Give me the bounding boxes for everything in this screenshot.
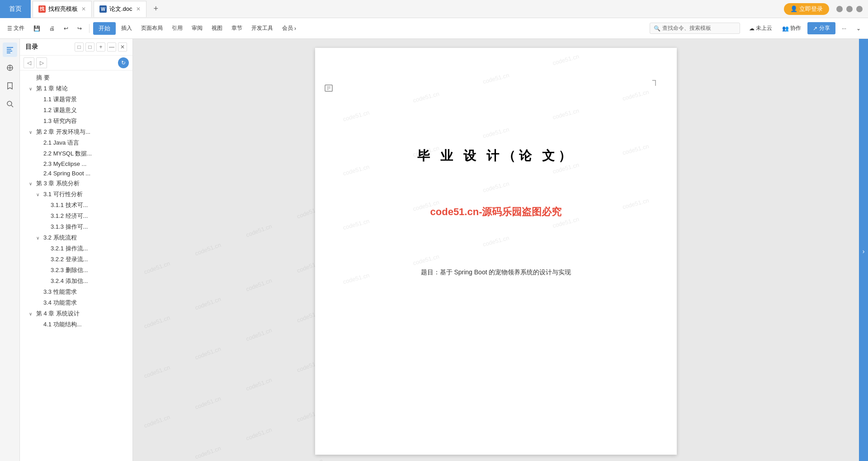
toc-close-btn[interactable]: ✕ [118, 42, 127, 52]
toolbar-file-label: 文件 [14, 24, 24, 32]
tab-document-close[interactable]: ✕ [136, 6, 141, 12]
toc-item[interactable]: 3.3 性能需求 [20, 287, 132, 297]
login-button[interactable]: 👤 立即登录 [784, 3, 829, 15]
toc-item-label: 3.2 系统流程 [43, 234, 77, 242]
toc-title: 目录 [25, 43, 38, 51]
toolbar-expand[interactable]: ⌄ [853, 24, 864, 33]
toc-item[interactable]: 1.1 课题背景 [20, 94, 132, 105]
tab-template[interactable]: 找 找程亮模板 ✕ [33, 1, 92, 17]
toc-back-btn[interactable]: ◁ [24, 57, 34, 68]
cloud-icon: ☁ [749, 25, 755, 32]
tab-document-label: 论文.doc [109, 5, 132, 13]
toc-item[interactable]: ∨第 3 章 系统分析 [20, 178, 132, 189]
undo-icon: ↩ [64, 25, 68, 32]
toc-item-label: 2.4 Spring Boot ... [43, 170, 90, 177]
toolbar-more[interactable]: ··· [838, 24, 850, 33]
toc-item[interactable]: 3.2.4 添加信... [20, 276, 132, 287]
toc-item[interactable]: 4.1 功能结构... [20, 319, 132, 330]
toc-collapse-btn[interactable]: □ [75, 42, 84, 52]
toc-item-label: 3.1.3 操作可... [51, 223, 88, 231]
doc-area[interactable]: code51.cn code51.cn code51.cn code51.cn … [133, 39, 859, 461]
toolbar-references[interactable]: 引用 [168, 23, 186, 34]
toolbar-view[interactable]: 视图 [208, 23, 226, 34]
share-label: 分享 [819, 24, 830, 32]
toolbar-layout[interactable]: 页面布局 [137, 23, 166, 34]
toc-forward-btn[interactable]: ▷ [36, 57, 47, 68]
toolbar-insert[interactable]: 插入 [118, 23, 136, 34]
home-tab[interactable]: 首页 [0, 0, 31, 18]
bookmark-icon-btn[interactable] [3, 79, 17, 93]
minimize-button[interactable] [836, 6, 843, 12]
toc-item-label: 第 3 章 系统分析 [36, 179, 80, 188]
toolbar-cloud[interactable]: ☁ 未上云 [745, 23, 776, 34]
toc-item-label: 摘 要 [36, 74, 50, 82]
restore-button[interactable] [846, 6, 853, 12]
collab-label: 协作 [790, 24, 801, 32]
toc-icon-btn[interactable] [3, 42, 17, 57]
toc-add-btn[interactable]: + [96, 42, 105, 52]
toc-item[interactable]: ∨3.2 系统流程 [20, 232, 132, 243]
toc-item[interactable]: ∨第 1 章 绪论 [20, 83, 132, 94]
toolbar-collab[interactable]: 👥 协作 [778, 23, 805, 34]
title-bar-right: 👤 立即登录 [784, 3, 868, 15]
toc-expand-btn[interactable]: □ [85, 42, 94, 52]
toc-item-label: 2.2 MYSQL 数据... [43, 150, 92, 158]
toc-item-label: 3.4 功能需求 [43, 299, 77, 307]
toc-item[interactable]: 2.2 MYSQL 数据... [20, 148, 132, 159]
tab-template-close[interactable]: ✕ [81, 6, 86, 12]
toc-item[interactable]: ∨3.1 可行性分析 [20, 189, 132, 200]
close-button[interactable] [856, 6, 863, 12]
tab-document[interactable]: W 论文.doc ✕ [94, 1, 146, 17]
share-icon: ↗ [813, 25, 817, 32]
toc-item[interactable]: 2.1 Java 语言 [20, 137, 132, 148]
toc-refresh-btn[interactable]: ↻ [118, 57, 129, 68]
toc-item[interactable]: 3.4 功能需求 [20, 297, 132, 308]
toc-remove-btn[interactable]: — [107, 42, 116, 52]
toc-item[interactable]: ∨第 4 章 系统设计 [20, 308, 132, 319]
toc-item[interactable]: 3.2.2 登录流... [20, 254, 132, 265]
toc-item[interactable]: 2.3 MyEclipse ... [20, 159, 132, 169]
toc-item-label: 3.1.1 技术可... [51, 201, 88, 209]
template-tab-icon: 找 [38, 5, 46, 13]
toc-item[interactable]: 1.2 课题意义 [20, 105, 132, 116]
toc-item[interactable]: 摘 要 [20, 72, 132, 83]
toolbar-chapter[interactable]: 章节 [228, 23, 246, 34]
toolbar-undo[interactable]: ↩ [60, 24, 72, 33]
toc-item[interactable]: 1.3 研究内容 [20, 116, 132, 127]
toc-item-label: 2.1 Java 语言 [43, 139, 79, 147]
toc-item-label: 1.1 课题背景 [43, 95, 77, 103]
toolbar-review[interactable]: 审阅 [188, 23, 206, 34]
login-label: 立即登录 [799, 5, 823, 13]
toc-item[interactable]: 2.4 Spring Boot ... [20, 169, 132, 178]
toc-item-label: 4.1 功能结构... [43, 320, 82, 329]
toolbar-file-icon: ☰ [7, 25, 12, 32]
toolbar-search-box[interactable]: 🔍 查找命令、搜索模板 [650, 23, 740, 34]
nav-icon-btn[interactable] [3, 61, 17, 75]
toolbar-print[interactable]: 🖨 [46, 24, 58, 33]
toc-item[interactable]: ∨第 2 章 开发环境与... [20, 127, 132, 137]
toc-item[interactable]: 3.2.1 操作流... [20, 243, 132, 254]
window-controls [836, 6, 863, 12]
toolbar-redo[interactable]: ↪ [74, 24, 85, 33]
toc-item-label: 3.2.4 添加信... [51, 277, 88, 285]
toc-item-label: 3.1.2 经济可... [51, 212, 88, 220]
toc-item-label: 第 2 章 开发环境与... [36, 128, 90, 136]
toc-item[interactable]: 3.2.3 删除信... [20, 265, 132, 276]
add-tab-button[interactable]: + [150, 4, 162, 14]
tab-template-label: 找程亮模板 [48, 5, 78, 13]
toolbar-start[interactable]: 开始 [93, 22, 116, 35]
right-sidebar-toggle[interactable]: › [859, 39, 868, 461]
toolbar-dev[interactable]: 开发工具 [248, 23, 277, 34]
toc-item[interactable]: 3.1.2 经济可... [20, 211, 132, 221]
toolbar-member[interactable]: 会员 › [278, 23, 300, 34]
search-icon-btn[interactable] [3, 97, 17, 111]
toolbar-save[interactable]: 💾 [30, 24, 44, 33]
share-button[interactable]: ↗ 分享 [807, 22, 835, 34]
toolbar-file[interactable]: ☰ 文件 [4, 23, 28, 34]
toc-item[interactable]: 3.1.1 技术可... [20, 200, 132, 211]
search-icon: 🔍 [654, 25, 660, 32]
doc-page: code51.cn code51.cn code51.cn code51.cn … [315, 48, 677, 455]
toc-item[interactable]: 3.1.3 操作可... [20, 221, 132, 232]
title-bar: 首页 找 找程亮模板 ✕ W 论文.doc ✕ + 👤 立即登录 [0, 0, 868, 18]
toolbar-right: ☁ 未上云 👥 协作 ↗ 分享 ··· ⌄ [745, 22, 864, 34]
